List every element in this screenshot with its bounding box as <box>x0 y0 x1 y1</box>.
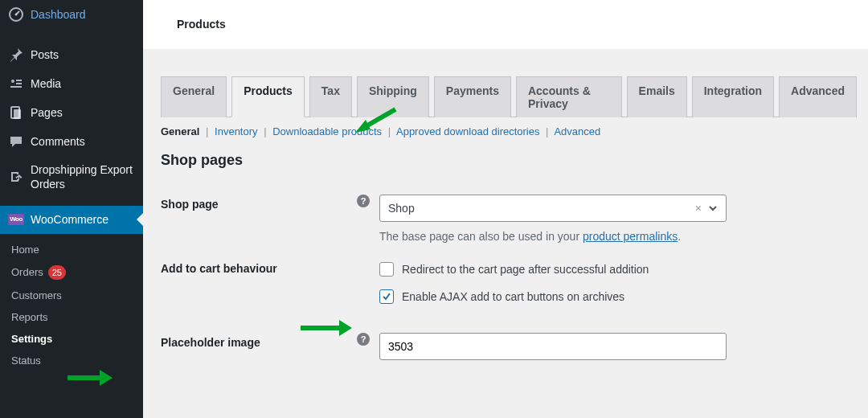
woocommerce-icon: Woo <box>8 214 24 225</box>
admin-sidebar: Dashboard Posts Media Pages Comments Dro… <box>0 0 143 418</box>
sidebar-item-label: Dashboard <box>31 7 86 22</box>
submenu-item-label: Settings <box>11 333 52 345</box>
submenu-item-label: Reports <box>11 311 48 323</box>
redirect-checkbox[interactable] <box>379 262 394 277</box>
sidebar-item-label: Comments <box>31 134 85 149</box>
tab-emails[interactable]: Emails <box>627 76 687 117</box>
submenu-item-label: Status <box>11 354 41 367</box>
pin-icon <box>8 47 24 63</box>
sidebar-item-label: WooCommerce <box>31 212 108 227</box>
submenu-item-settings[interactable]: Settings <box>0 328 143 350</box>
help-icon[interactable]: ? <box>357 195 370 207</box>
page-header: Products <box>143 0 868 49</box>
ajax-checkbox-label: Enable AJAX add to cart buttons on archi… <box>402 290 624 303</box>
dashboard-icon <box>8 6 24 23</box>
main-content: Products General Products Tax Shipping P… <box>143 0 868 418</box>
svg-rect-4 <box>14 109 21 119</box>
subsection-downloadable[interactable]: Downloadable products <box>272 125 382 137</box>
orders-count-badge: 25 <box>48 265 66 280</box>
help-icon[interactable]: ? <box>357 333 370 346</box>
svg-point-2 <box>11 80 14 83</box>
separator: | <box>264 125 266 137</box>
tab-shipping[interactable]: Shipping <box>357 76 429 117</box>
sidebar-item-woocommerce[interactable]: Woo WooCommerce <box>0 206 143 233</box>
tab-general[interactable]: General <box>161 76 227 117</box>
subsection-general[interactable]: General <box>161 125 199 137</box>
tab-integration[interactable]: Integration <box>692 76 774 117</box>
product-permalinks-link[interactable]: product permalinks <box>583 230 678 243</box>
submenu-item-label: Home <box>11 244 39 256</box>
sidebar-item-media[interactable]: Media <box>0 69 143 98</box>
subsection-nav: General | Inventory | Downloadable produ… <box>161 125 857 137</box>
tab-payments[interactable]: Payments <box>434 76 511 117</box>
sidebar-item-label: Pages <box>31 105 63 120</box>
svg-point-1 <box>15 14 18 16</box>
sidebar-item-label: Posts <box>31 47 59 62</box>
redirect-checkbox-label: Redirect to the cart page after successf… <box>402 263 649 276</box>
submenu-item-home[interactable]: Home <box>0 239 143 260</box>
submenu-item-status[interactable]: Status <box>0 350 143 371</box>
separator: | <box>388 125 391 137</box>
settings-tabs: General Products Tax Shipping Payments A… <box>161 76 857 117</box>
sidebar-item-label: Media <box>31 76 61 91</box>
clear-icon[interactable]: × <box>695 202 702 215</box>
submenu-item-customers[interactable]: Customers <box>0 285 143 306</box>
section-heading: Shop pages <box>161 152 857 169</box>
chevron-down-icon <box>708 203 718 213</box>
page-title: Products <box>177 18 868 31</box>
shop-page-value: Shop <box>388 202 415 215</box>
separator: | <box>546 125 548 137</box>
submenu-item-orders[interactable]: Orders 25 <box>0 260 143 285</box>
pages-icon <box>8 104 24 121</box>
sidebar-item-pages[interactable]: Pages <box>0 98 143 127</box>
submenu-item-label: Customers <box>11 289 62 301</box>
separator: | <box>206 125 208 137</box>
sidebar-item-dropshipping[interactable]: Dropshipping Export Orders <box>0 156 143 198</box>
comments-icon <box>8 133 24 150</box>
tab-tax[interactable]: Tax <box>309 76 352 117</box>
submenu-item-reports[interactable]: Reports <box>0 306 143 328</box>
tab-advanced[interactable]: Advanced <box>779 76 857 117</box>
add-to-cart-label: Add to cart behaviour <box>161 262 277 275</box>
ajax-checkbox[interactable] <box>379 289 394 304</box>
subsection-inventory[interactable]: Inventory <box>215 125 257 137</box>
shop-page-description: The base page can also be used in your p… <box>379 230 849 243</box>
active-pointer-icon <box>137 213 143 226</box>
subsection-approved-dirs[interactable]: Approved download directories <box>396 125 540 137</box>
shop-page-select[interactable]: Shop × <box>379 195 727 222</box>
tab-products[interactable]: Products <box>231 76 305 117</box>
sidebar-item-posts[interactable]: Posts <box>0 40 143 69</box>
placeholder-image-label: Placeholder image <box>161 336 260 349</box>
subsection-advanced[interactable]: Advanced <box>554 125 600 137</box>
export-icon <box>8 169 24 185</box>
sidebar-item-comments[interactable]: Comments <box>0 127 143 156</box>
media-icon <box>8 76 24 92</box>
placeholder-image-input[interactable] <box>379 333 727 360</box>
shop-page-label: Shop page <box>161 198 219 211</box>
sidebar-item-label: Dropshipping Export Orders <box>31 162 137 191</box>
submenu-item-label: Orders <box>11 266 43 278</box>
woocommerce-submenu: Home Orders 25 Customers Reports Setting… <box>0 234 143 379</box>
tab-accounts-privacy[interactable]: Accounts & Privacy <box>516 76 622 117</box>
sidebar-item-dashboard[interactable]: Dashboard <box>0 0 143 29</box>
